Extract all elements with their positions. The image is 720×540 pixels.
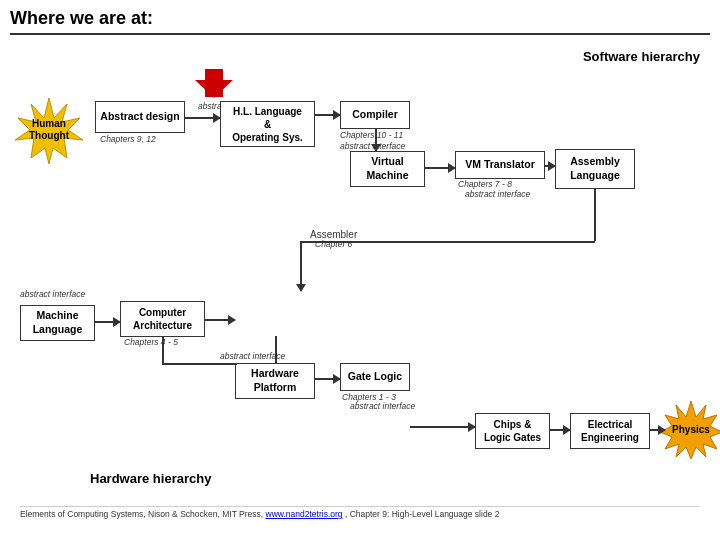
chips-logic-gates-box: Chips & Logic Gates: [475, 413, 550, 449]
arrow-design-to-hl: [185, 117, 220, 119]
software-hierarchy-label: Software hierarchy: [583, 49, 700, 64]
computer-arch-chapters: Chapters 4 - 5: [124, 337, 178, 347]
page-title: Where we are at:: [10, 8, 710, 35]
vm-translator-chapters: Chapters 7 - 8: [458, 179, 512, 189]
compiler-box: Compiler: [340, 101, 410, 129]
hardware-hierarchy-label: Hardware hierarchy: [90, 471, 211, 486]
vm-translator-box: VM Translator: [455, 151, 545, 179]
hl-language-box: H.L. Language & Operating Sys.: [220, 101, 315, 147]
arrow-compiler-to-vm: [375, 129, 377, 151]
footer: Elements of Computing Systems, Nison & S…: [20, 506, 700, 519]
vline-assembly-down: [594, 189, 596, 241]
abstract-interface-6: abstract interface: [350, 401, 415, 411]
electrical-engineering-box: Electrical Engineering: [570, 413, 650, 449]
abstract-interface-4: abstract interface: [20, 289, 85, 299]
arrow-chips-to-ee: [550, 429, 570, 431]
machine-language-box: Machine Language: [20, 305, 95, 341]
footer-link[interactable]: www.nand2tetris.org: [266, 509, 343, 519]
main-content: Software hierarchy Human Thought Abstrac…: [10, 41, 710, 521]
arrow-assembler-to-abstract4: [300, 241, 302, 291]
gate-logic-box: Gate Logic: [340, 363, 410, 391]
abstract-design-box: Abstract design: [95, 101, 185, 133]
abstract-design-chapters: Chapters 9, 12: [100, 134, 156, 144]
physics-text: Physics: [672, 424, 710, 436]
arrow-hp-to-gl: [315, 378, 340, 380]
hline-assembler: [300, 241, 595, 243]
hline-ml-area: [162, 363, 237, 365]
compiler-chapters: Chapters 10 - 11: [340, 130, 403, 140]
arrow-vm-to-vmtranslator: [425, 167, 455, 169]
arrow-ca-to-hp: [205, 319, 235, 321]
vline-to-hp: [275, 336, 277, 363]
human-thought: Human Thought: [15, 96, 83, 164]
arrow-ee-to-physics: [650, 429, 665, 431]
red-down-arrow: [205, 69, 223, 97]
arrow-vmtranslator-to-assembly: [545, 165, 555, 167]
arrow-ml-to-ca: [95, 321, 120, 323]
physics: Physics: [660, 399, 720, 461]
abstract-interface-3: abstract interface: [465, 189, 530, 199]
vline-ml-down: [162, 337, 164, 363]
assembly-language-box: Assembly Language: [555, 149, 635, 189]
arrow-hl-to-compiler: [315, 114, 340, 116]
hardware-platform-box: Hardware Platform: [235, 363, 315, 399]
human-thought-text: Human Thought: [29, 118, 69, 142]
virtual-machine-box: Virtual Machine: [350, 151, 425, 187]
page: Where we are at: Software hierarchy Huma…: [0, 0, 720, 540]
arrow-gl-to-chips: [410, 426, 475, 428]
computer-architecture-box: Computer Architecture: [120, 301, 205, 337]
